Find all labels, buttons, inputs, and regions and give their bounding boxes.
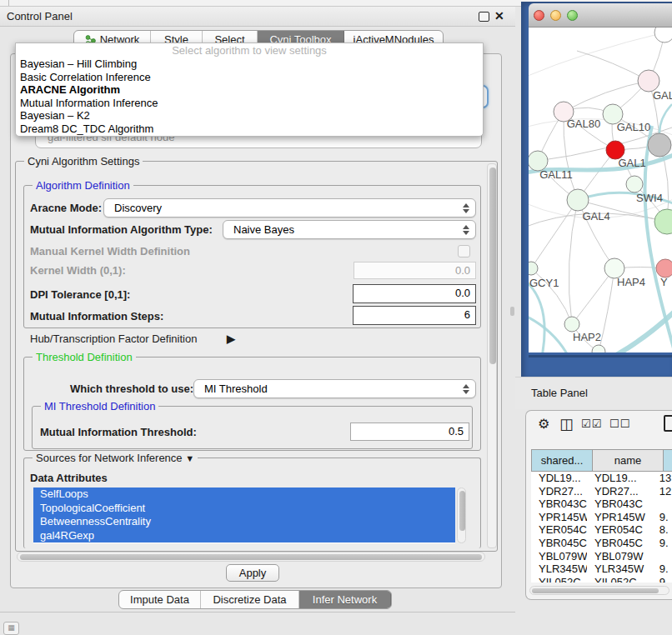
mi-threshold-field[interactable]: 0.5 [350,422,469,441]
node-big-green-right[interactable] [654,209,672,234]
apply-button[interactable]: Apply [226,564,279,582]
attributes-list-scrollbar[interactable] [457,488,466,543]
table-cell: YBL079W [531,550,587,563]
mi-threshold-label: Mutual Information Threshold: [40,426,197,438]
select-all-icon[interactable]: ☑☑ [581,418,602,430]
column-header-shared[interactable]: shared... [532,450,593,471]
table-cell: YBR043C [531,498,587,511]
settings-vscrollbar-thumb[interactable] [489,168,496,364]
column-header-a[interactable]: A [664,450,672,471]
cyni-algorithm-settings-title: Cyni Algorithm Settings [24,155,143,168]
tab-infer-network[interactable]: Infer Network [299,591,391,608]
node-label-hap2: HAP2 [573,331,601,343]
which-threshold-combo[interactable]: MI Threshold [193,379,476,398]
collapse-down-icon[interactable]: ▼ [185,453,194,463]
node-hap2[interactable] [564,317,579,332]
zoom-window-icon[interactable] [567,10,578,21]
table-horizontal-scrollbar[interactable] [529,586,669,595]
kernel-width-field[interactable]: 0.0 [354,262,476,279]
data-attribute-betweennesscentrality[interactable]: BetweennessCentrality [33,515,455,529]
table-cell: YDR27... [587,485,652,498]
collapse-right-icon[interactable]: ▶ [227,332,235,345]
nodes-layer: GALGAL80GAL10GAL1GAL11SWI4GAL4HAP4YGCY1H… [529,28,672,352]
grid-icon: ▦ [8,623,15,632]
dpi-tolerance-field[interactable]: 0.0 [353,284,476,303]
dpi-tolerance-label: DPI Tolerance [0,1]: [30,288,130,301]
table-cell: YDR27... [531,485,587,498]
node-salmon-right[interactable] [656,259,672,278]
close-icon[interactable]: ✕ [494,8,504,25]
split-view-icon[interactable]: ◫ [559,415,574,433]
float-panel-icon[interactable] [479,12,489,22]
node-swi4[interactable] [626,176,643,192]
table-cell: YER054C [531,523,587,537]
settings-horizontal-scrollbar[interactable] [17,552,485,562]
aracne-mode-combo[interactable]: Discovery [103,198,476,218]
sources-group-title: Sources for Network Inference ▼ [33,452,198,464]
table-row[interactable]: YPR145WYPR145W9. [531,511,672,524]
algorithm-option-mutual-information-inference[interactable]: Mutual Information Inference [16,97,483,110]
spinner-arrows-icon [463,384,469,394]
table-cell: YIL052C [587,576,652,582]
network-window-titlebar[interactable] [529,3,672,28]
tab-impute-data[interactable]: Impute Data [119,591,201,608]
mi-steps-value: 6 [354,307,475,323]
table-row[interactable]: YLR345WYLR345W9. [531,562,672,576]
settings-hscrollbar-thumb[interactable] [20,554,482,560]
table-header-row: shared...nameA [531,449,672,472]
node-bottom-partial[interactable] [592,345,605,352]
table-hscrollbar-thumb[interactable] [532,588,659,594]
table-cell: 12 [652,485,672,498]
node-label-gal80: GAL80 [567,118,600,130]
column-header-name[interactable]: name [593,450,664,471]
algorithm-option-bayesian-k2[interactable]: Bayesian – K2 [16,109,483,122]
mi-steps-field[interactable]: 6 [353,306,476,325]
tab-discretize-data[interactable]: Discretize Data [201,591,299,608]
network-graph[interactable]: GALGAL80GAL10GAL1GAL11SWI4GAL4HAP4YGCY1H… [529,28,672,352]
attributes-scrollbar-thumb[interactable] [459,491,465,531]
algorithm-option-basic-correlation-inference[interactable]: Basic Correlation Inference [16,71,483,84]
table-panel-title: Table Panel [515,378,672,409]
table-cell: YBR043C [587,498,652,511]
minimize-window-icon[interactable] [550,10,561,21]
aracne-mode-value: Discovery [104,199,475,217]
table-row[interactable]: YER054CYER054C8. [531,523,672,537]
deselect-all-icon[interactable]: ☐☐ [609,418,630,430]
settings-vertical-scrollbar[interactable] [487,163,497,548]
node-label-hap4: HAP4 [617,276,645,288]
algorithm-option-aracne-algorithm[interactable]: ARACNE Algorithm [16,83,483,97]
node-label-gal4: GAL4 [582,210,609,222]
gear-icon[interactable]: ⚙ [538,416,549,432]
node-label-gal11: GAL11 [539,168,573,181]
network-canvas[interactable]: GALGAL80GAL10GAL1GAL11SWI4GAL4HAP4YGCY1H… [529,28,672,352]
close-window-icon[interactable] [534,10,544,21]
mi-algorithm-type-combo[interactable]: Naive Bayes [223,220,476,239]
node-label-swi4: SWI4 [636,192,663,204]
table-cell: 9. [652,511,672,524]
algorithm-option-bayesian-hill-climbing[interactable]: Bayesian – Hill Climbing [16,58,483,71]
show-panel-button[interactable]: ▦ [3,622,19,635]
node-gal4[interactable] [567,189,589,211]
spinner-arrows-icon [463,203,469,213]
function-builder-icon[interactable] [664,415,672,432]
node-gray-node[interactable] [648,133,671,157]
data-attribute-topologicalcoefficient[interactable]: TopologicalCoefficient [33,502,455,516]
control-panel-titlebar: Control Panel ✕ [0,7,515,27]
table-row[interactable]: YBR043CYBR043C [531,498,672,511]
table-rows: YDL19...YDL19...13YDR27...YDR27...12YBR0… [531,472,672,582]
data-attribute-selfloops[interactable]: SelfLoops [33,488,455,502]
node-gcy1[interactable] [529,262,538,275]
table-row[interactable]: YBL079WYBL079W [531,550,672,563]
table-row[interactable]: YIL052CYIL052C9 [531,576,672,582]
data-attribute-gal4rgexp[interactable]: gal4RGexp [33,529,455,543]
table-cell: 8. [652,523,672,537]
algorithm-option-dream8-dc-tdc-algorithm[interactable]: Dream8 DC_TDC Algorithm [16,122,483,136]
table-row[interactable]: YBR045CYBR045C9. [531,537,672,550]
table-row[interactable]: YDL19...YDL19...13 [531,472,672,485]
node-unlabeled-top[interactable] [654,28,672,42]
table-panel-card: ⚙ ◫ ☑☑ ☐☐ shared...nameA YDL19...YDL19..… [525,410,672,600]
table-row[interactable]: YDR27...YDR27...12 [531,485,672,498]
manual-kernel-width-checkbox[interactable] [458,245,470,258]
mi-steps-label: Mutual Information Steps: [30,310,163,322]
splitpane-handle[interactable] [510,307,514,316]
